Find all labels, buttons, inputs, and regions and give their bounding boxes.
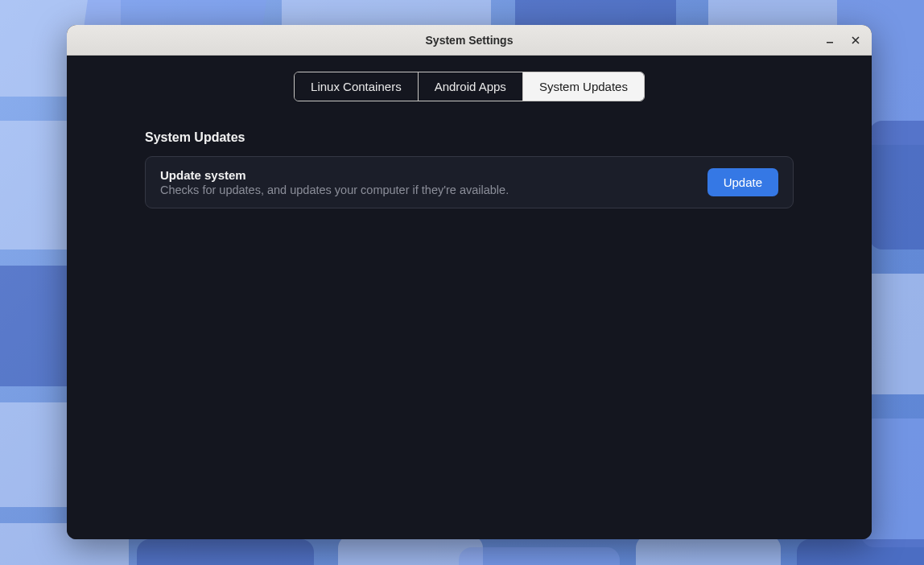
minimize-icon	[826, 36, 834, 44]
tab-group: Linux Containers Android Apps System Upd…	[294, 72, 645, 101]
system-updates-section: System Updates Update system Checks for …	[143, 130, 795, 208]
titlebar[interactable]: System Settings	[67, 25, 872, 56]
close-button[interactable]	[844, 29, 867, 52]
update-button[interactable]: Update	[707, 168, 778, 196]
window-title: System Settings	[426, 34, 514, 47]
card-title: Update system	[160, 168, 509, 182]
tab-system-updates[interactable]: System Updates	[523, 72, 644, 101]
card-text: Update system Checks for updates, and up…	[160, 168, 509, 196]
section-heading: System Updates	[145, 130, 794, 145]
svg-rect-0	[827, 42, 833, 43]
window-content: Linux Containers Android Apps System Upd…	[67, 56, 872, 539]
close-icon	[852, 36, 860, 44]
update-system-card: Update system Checks for updates, and up…	[145, 156, 794, 208]
tab-android-apps[interactable]: Android Apps	[419, 72, 523, 101]
minimize-button[interactable]	[819, 29, 841, 52]
tab-linux-containers[interactable]: Linux Containers	[295, 72, 419, 101]
settings-window: System Settings Linux Containers Android…	[67, 25, 872, 539]
titlebar-controls	[819, 25, 867, 55]
card-description: Checks for updates, and updates your com…	[160, 184, 509, 196]
